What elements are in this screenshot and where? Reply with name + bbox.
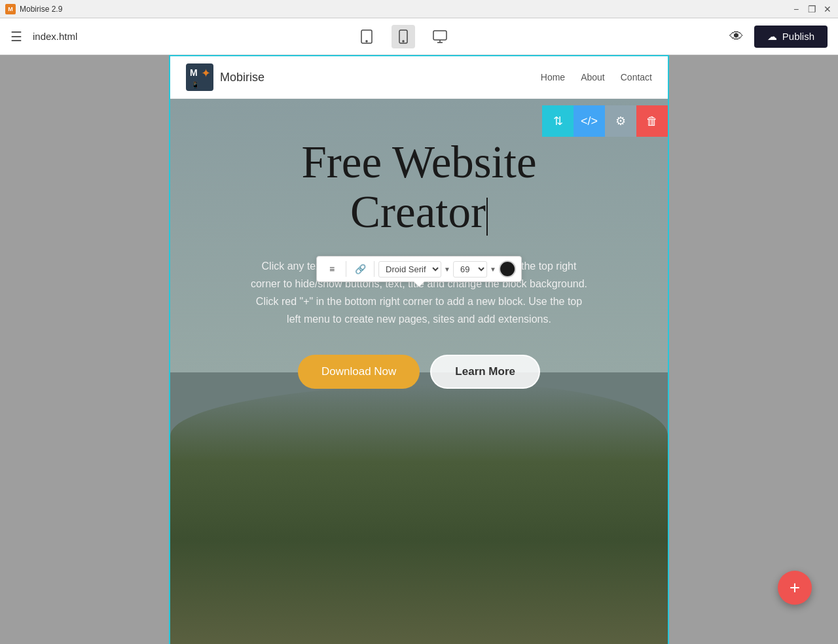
toolbar-divider-2: [374, 261, 374, 277]
block-actions: ⇅ </> ⚙ 🗑: [542, 105, 668, 137]
code-icon: </>: [581, 115, 598, 128]
nav-logo: M ✦ 📱 Mobirise: [186, 63, 264, 91]
maximize-button[interactable]: ❐: [807, 4, 817, 14]
nav-link-home[interactable]: Home: [541, 72, 565, 82]
minimize-button[interactable]: −: [791, 4, 801, 14]
font-size-select[interactable]: 69: [453, 261, 487, 277]
block-reorder-button[interactable]: ⇅: [542, 105, 574, 137]
hero-buttons: Download Now Learn More: [196, 355, 642, 389]
font-dropdown-arrow: ▼: [444, 266, 450, 273]
nav-links: Home About Contact: [541, 72, 652, 82]
fab-add-button[interactable]: +: [778, 571, 812, 605]
title-bar: M Mobirise 2.9 − ❐ ✕: [0, 0, 838, 18]
size-dropdown-arrow: ▼: [490, 266, 496, 273]
download-now-button[interactable]: Download Now: [298, 355, 420, 389]
trash-icon: 🗑: [646, 115, 658, 128]
logo-m: M: [190, 67, 198, 78]
logo-icon: M ✦ 📱: [186, 63, 213, 91]
mobile-icon: [395, 29, 411, 45]
filename-label: index.html: [33, 31, 77, 42]
preview-navbar: M ✦ 📱 Mobirise Home About Contact: [170, 56, 668, 99]
publish-button[interactable]: ☁ Publish: [754, 26, 828, 48]
canvas-area: M ✦ 📱 Mobirise Home About Contact ⇅: [0, 55, 838, 644]
text-cursor: [486, 198, 488, 236]
toolbar-right-actions: 👁 ☁ Publish: [729, 26, 828, 48]
learn-more-button[interactable]: Learn More: [430, 355, 540, 389]
hero-section: ⇅ </> ⚙ 🗑 ≡ 🔗: [170, 99, 668, 644]
text-align-button[interactable]: ≡: [322, 259, 342, 279]
device-selector: [355, 25, 452, 48]
desktop-view-button[interactable]: [428, 25, 452, 48]
text-editing-toolbar: ≡ 🔗 Droid Serif ▼ 69 ▼: [316, 256, 522, 282]
svg-rect-0: [361, 30, 372, 43]
link-icon: 🔗: [355, 264, 366, 274]
publish-cloud-icon: ☁: [767, 31, 777, 43]
publish-label: Publish: [782, 31, 814, 42]
hero-landscape-bg: [170, 384, 668, 644]
tablet-icon: [359, 29, 374, 45]
toolbar-divider: [346, 261, 346, 277]
preview-button[interactable]: 👁: [729, 28, 744, 45]
preview-frame: M ✦ 📱 Mobirise Home About Contact ⇅: [169, 55, 669, 644]
nav-link-contact[interactable]: Contact: [621, 72, 652, 82]
window-controls: − ❐ ✕: [791, 4, 833, 14]
app-icon: M: [5, 4, 16, 14]
svg-point-3: [403, 41, 404, 42]
font-family-select[interactable]: Droid Serif: [378, 261, 441, 277]
block-delete-button[interactable]: 🗑: [636, 105, 668, 137]
block-settings-button[interactable]: ⚙: [605, 105, 636, 137]
hero-title[interactable]: Free Website Creator: [196, 138, 642, 238]
align-icon: ≡: [329, 264, 335, 274]
text-link-button[interactable]: 🔗: [350, 259, 370, 279]
reorder-icon: ⇅: [553, 114, 563, 128]
gear-icon: ⚙: [615, 114, 626, 128]
mobile-view-button[interactable]: [392, 25, 415, 48]
svg-point-1: [366, 41, 367, 42]
hero-content: Free Website Creator Click any text to e…: [170, 99, 668, 389]
close-button[interactable]: ✕: [822, 4, 833, 14]
desktop-icon: [432, 29, 448, 45]
main-toolbar: ☰ index.html 👁 ☁: [0, 18, 838, 55]
svg-rect-2: [399, 30, 407, 43]
app-title: Mobirise 2.9: [20, 5, 62, 14]
logo-star-icon: ✦: [201, 66, 211, 80]
svg-rect-4: [433, 31, 446, 40]
nav-link-about[interactable]: About: [581, 72, 605, 82]
logo-phone-icon: 📱: [191, 81, 199, 88]
hero-title-line1: Free Website: [301, 137, 536, 187]
tablet-view-button[interactable]: [355, 25, 378, 48]
color-picker-button[interactable]: [499, 260, 516, 277]
hamburger-menu-icon[interactable]: ☰: [10, 29, 22, 45]
hero-title-line2: Creator: [350, 187, 488, 237]
block-code-button[interactable]: </>: [574, 105, 605, 137]
nav-brand-text: Mobirise: [220, 71, 264, 84]
